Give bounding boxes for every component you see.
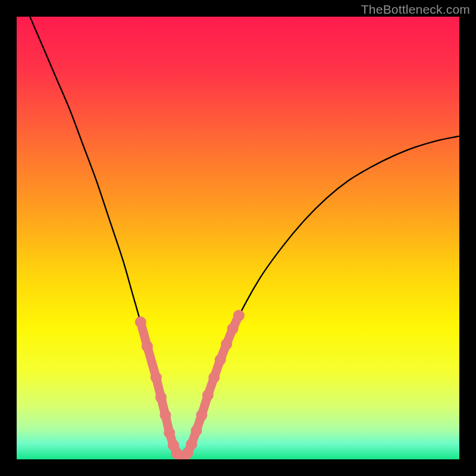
gradient-background	[17, 17, 459, 459]
marker-point	[191, 425, 202, 436]
marker-point	[151, 372, 162, 383]
marker-point	[186, 439, 197, 450]
marker-point	[221, 339, 232, 350]
watermark-text: TheBottleneck.com	[361, 2, 470, 17]
marker-point	[135, 317, 146, 328]
marker-point	[227, 323, 239, 334]
marker-point	[155, 392, 167, 403]
marker-point	[233, 310, 245, 321]
marker-point	[196, 409, 207, 421]
chart-frame: TheBottleneck.com	[0, 0, 476, 476]
marker-point	[164, 427, 175, 439]
plot-area	[17, 17, 459, 459]
marker-point	[202, 390, 214, 401]
marker-point	[159, 409, 171, 421]
marker-point	[142, 341, 153, 352]
chart-svg	[17, 17, 459, 459]
marker-point	[208, 372, 220, 383]
marker-point	[215, 354, 226, 365]
